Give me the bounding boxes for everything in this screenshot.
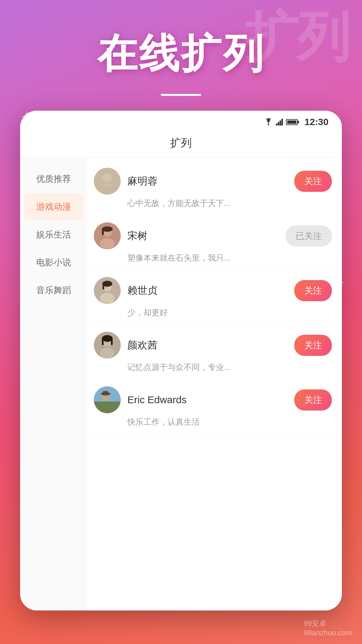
signal-icon xyxy=(276,118,283,126)
sidebar: 优质推荐 游戏动漫 娱乐生活 电影小说 音乐舞蹈 xyxy=(20,158,87,610)
svg-rect-3 xyxy=(280,120,281,125)
user-name: 颜欢茜 xyxy=(127,338,288,352)
svg-point-21 xyxy=(100,348,115,359)
sidebar-item-entertainment[interactable]: 娱乐生活 xyxy=(24,221,83,248)
user-header-1: 麻明蓉 关注 xyxy=(94,168,332,195)
svg-rect-1 xyxy=(276,124,278,126)
user-bio: 少，却更好 xyxy=(94,307,332,318)
follow-button[interactable]: 关注 xyxy=(294,171,332,192)
svg-rect-24 xyxy=(111,338,113,345)
svg-point-0 xyxy=(268,124,269,126)
svg-rect-30 xyxy=(103,391,108,394)
list-item: 麻明蓉 关注 心中无敌，方能无敌于天下... xyxy=(87,161,342,216)
svg-rect-4 xyxy=(282,119,283,125)
user-bio: 塑像本来就在石头里，我只... xyxy=(94,253,332,263)
user-name: 赖世贞 xyxy=(127,284,288,298)
sidebar-item-music[interactable]: 音乐舞蹈 xyxy=(24,277,83,304)
content-area: 优质推荐 游戏动漫 娱乐生活 电影小说 音乐舞蹈 xyxy=(20,158,342,610)
svg-rect-23 xyxy=(102,338,104,345)
sidebar-item-movies[interactable]: 电影小说 xyxy=(24,249,83,276)
user-bio: 心中无敌，方能无敌于天下... xyxy=(94,198,332,209)
following-button[interactable]: 已关注 xyxy=(286,225,332,247)
watermark: 99安卓99anzhuo.com xyxy=(304,619,352,637)
battery-icon xyxy=(286,119,298,125)
svg-rect-26 xyxy=(94,401,121,413)
main-title: 在线扩列 xyxy=(0,27,362,82)
follow-button[interactable]: 关注 xyxy=(294,335,332,356)
avatar xyxy=(94,168,121,195)
app-title: 扩列 xyxy=(170,137,192,149)
follow-button[interactable]: 关注 xyxy=(294,280,332,301)
list-item: 赖世贞 关注 少，却更好 xyxy=(87,270,342,325)
user-list: 麻明蓉 关注 心中无敌，方能无敌于天下... xyxy=(87,158,342,610)
list-item: Eric Edwards 关注 快乐工作，认真生活 xyxy=(87,380,342,434)
svg-point-11 xyxy=(100,238,115,249)
user-name: 宋树 xyxy=(127,229,279,243)
phone-mockup: 12:30 扩列 优质推荐 游戏动漫 娱乐生活 电影小说 音乐舞蹈 xyxy=(20,111,342,610)
avatar xyxy=(94,277,121,304)
user-header-3: 赖世贞 关注 xyxy=(94,277,332,304)
user-name: Eric Edwards xyxy=(127,394,288,406)
avatar xyxy=(94,332,121,359)
svg-rect-18 xyxy=(103,283,104,289)
user-name: 麻明蓉 xyxy=(127,174,288,188)
user-bio: 快乐工作，认真生活 xyxy=(94,417,332,427)
follow-button[interactable]: 关注 xyxy=(294,389,332,411)
list-item: 颜欢茜 关注 记忆点源于与众不同，专业... xyxy=(87,325,342,380)
user-bio: 记忆点源于与众不同，专业... xyxy=(94,362,332,373)
status-icons xyxy=(264,118,298,126)
user-header-5: Eric Edwards 关注 xyxy=(94,386,332,413)
title-divider xyxy=(161,94,201,96)
app-title-bar: 扩列 xyxy=(20,131,342,158)
wifi-icon xyxy=(264,118,273,126)
svg-point-16 xyxy=(100,293,115,304)
status-time: 12:30 xyxy=(304,117,328,127)
avatar xyxy=(94,386,121,413)
svg-rect-2 xyxy=(278,122,280,125)
status-bar: 12:30 xyxy=(20,111,342,131)
user-header-4: 颜欢茜 关注 xyxy=(94,332,332,359)
user-header-2: 宋树 已关注 xyxy=(94,222,332,249)
avatar xyxy=(94,222,121,249)
svg-point-6 xyxy=(103,173,112,182)
svg-rect-8 xyxy=(94,186,121,195)
sidebar-item-recommended[interactable]: 优质推荐 xyxy=(24,166,83,192)
list-item: 宋树 已关注 塑像本来就在石头里，我只... xyxy=(87,216,342,270)
sidebar-item-anime[interactable]: 游戏动漫 xyxy=(24,194,83,220)
svg-rect-13 xyxy=(102,228,104,235)
